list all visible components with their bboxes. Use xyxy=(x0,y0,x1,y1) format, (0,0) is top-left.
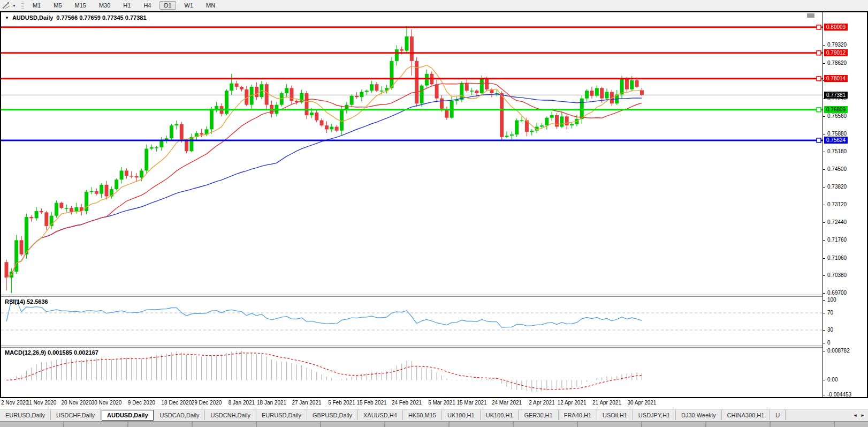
chart-tab-u[interactable]: U xyxy=(770,410,786,420)
rsi-chart-svg[interactable] xyxy=(1,297,823,346)
timeframe-bar: M1M5M15M30H1H4D1W1MN xyxy=(28,1,224,10)
timeframe-button-m30[interactable]: M30 xyxy=(95,1,115,10)
macd-axis-label: -0.004453 xyxy=(827,392,851,397)
chart-tab-gbpusd-daily[interactable]: GBPUSD,Daily xyxy=(307,410,358,420)
chart-tab-usdcnh-daily[interactable]: USDCNH,Daily xyxy=(205,410,256,420)
axis-tick xyxy=(823,380,825,380)
chart-tab-usdcad-daily[interactable]: USDCAD,Daily xyxy=(155,410,205,420)
chart-tab-uk100-h1[interactable]: UK100,H1 xyxy=(481,410,519,420)
symbol-period-label: AUDUSD,Daily xyxy=(12,14,53,21)
chart-shift-marker[interactable] xyxy=(807,13,814,18)
chart-tab-ger30-h1[interactable]: GER30,H1 xyxy=(519,410,558,420)
chart-tab-hk50-m15[interactable]: HK50,M15 xyxy=(403,410,442,420)
level-price-label: 0.76809 xyxy=(824,106,848,113)
tab-scroll-left-icon[interactable]: ◄ xyxy=(853,413,857,418)
macd-axis-label: 0.008782 xyxy=(827,348,850,354)
timeframe-button-h1[interactable]: H1 xyxy=(119,1,135,10)
macd-indicator-label: MACD(12,26,9) 0.001585 0.002167 xyxy=(5,349,98,356)
collapse-caret-icon[interactable]: ▼ xyxy=(5,16,9,20)
chart-tab-usoil-h1[interactable]: USOil,H1 xyxy=(597,410,633,420)
date-tick-label: 30 Apr 2021 xyxy=(627,400,656,406)
axis-tick xyxy=(823,293,825,294)
level-price-label: 0.78014 xyxy=(824,75,848,82)
timeframe-button-h4[interactable]: H4 xyxy=(139,1,155,10)
rsi-axis-label: 70 xyxy=(827,310,833,316)
chart-tab-dj30-weekly[interactable]: DJ30,Weekly xyxy=(676,410,722,420)
chart-tab-china300-h1[interactable]: CHINA300,H1 xyxy=(722,410,771,420)
timeframe-button-w1[interactable]: W1 xyxy=(180,1,198,10)
axis-tick xyxy=(823,134,825,134)
chart-tab-audusd-daily[interactable]: AUDUSD,Daily xyxy=(102,410,153,421)
axis-tick xyxy=(823,351,825,351)
date-tick-label: 27 Jan 2021 xyxy=(292,400,321,406)
axis-tick xyxy=(823,187,825,188)
line-end-marker xyxy=(817,77,821,81)
macd-chart-svg[interactable] xyxy=(1,348,823,397)
axis-tick xyxy=(823,395,825,395)
axis-tick xyxy=(823,343,825,343)
date-tick-label: 15 Feb 2021 xyxy=(356,400,386,406)
chart-tab-uk100-h1[interactable]: UK100,H1 xyxy=(442,410,481,420)
chart-tab-eurusd-daily[interactable]: EURUSD,Daily xyxy=(256,410,307,420)
price-tick-label: 0.75180 xyxy=(827,148,847,154)
line-end-marker xyxy=(817,138,821,143)
chart-title: ▼ AUDUSD,Daily 0.77566 0.77659 0.77345 0… xyxy=(5,14,147,21)
axis-tick xyxy=(823,222,825,223)
chevron-down-icon[interactable]: ▼ xyxy=(12,4,16,8)
price-tick-label: 0.75880 xyxy=(827,131,847,137)
chart-tab-eurusd-daily[interactable]: EURUSD,Daily xyxy=(0,410,51,420)
trendline-cursor-icon xyxy=(2,2,11,9)
timeframe-button-d1[interactable]: D1 xyxy=(159,1,176,10)
tab-scroll-arrows: ◄ ► xyxy=(850,413,868,418)
bottom-tab-bar: EURUSD,DailyUSDCHF,DailyAUDUSD,DailyUSDC… xyxy=(0,409,868,421)
axis-tick xyxy=(823,45,825,46)
price-tick-label: 0.71060 xyxy=(827,255,847,261)
axis-tick xyxy=(823,169,825,170)
tab-scroll-right-icon[interactable]: ► xyxy=(861,413,865,418)
timeframe-button-mn[interactable]: MN xyxy=(202,1,219,10)
ma-8-line xyxy=(6,65,642,278)
axis-tick xyxy=(823,313,825,313)
price-tick-label: 0.69700 xyxy=(827,290,847,296)
price-tick-label: 0.78620 xyxy=(827,60,847,66)
chart-tab-usdchf-daily[interactable]: USDCHF,Daily xyxy=(51,410,101,420)
ma-21-line xyxy=(6,83,642,278)
axis-tick xyxy=(823,205,825,205)
chart-tab-xauusd-h4[interactable]: XAUUSD,H4 xyxy=(358,410,403,420)
axis-tick xyxy=(823,330,825,331)
price-chart-svg[interactable] xyxy=(1,12,823,295)
tabs-wrap: EURUSD,DailyUSDCHF,DailyAUDUSD,DailyUSDC… xyxy=(0,410,786,421)
date-tick-label: 18 Jan 2021 xyxy=(257,400,286,406)
date-tick-label: 11 Nov 2020 xyxy=(26,400,56,406)
line-end-marker xyxy=(817,25,821,29)
price-tick-label: 0.79320 xyxy=(827,42,847,48)
price-tick-label: 0.73820 xyxy=(827,184,847,190)
toolbar-grip xyxy=(21,2,24,10)
timeframe-button-m15[interactable]: M15 xyxy=(71,1,90,10)
rsi-line xyxy=(6,300,642,327)
chart-tab-usdjpy-h1[interactable]: USDJPY,H1 xyxy=(633,410,676,420)
status-strip xyxy=(0,421,868,427)
timeframe-button-m1[interactable]: M1 xyxy=(28,1,45,10)
date-axis[interactable]: 2 Nov 202011 Nov 202020 Nov 202030 Nov 2… xyxy=(0,398,868,409)
date-tick-label: 15 Mar 2021 xyxy=(456,400,486,406)
macd-axis-label: 0.00 xyxy=(827,377,837,383)
date-tick-label: 24 Mar 2021 xyxy=(492,400,522,406)
date-tick-label: 5 Mar 2021 xyxy=(428,400,455,406)
level-price-label: 0.79012 xyxy=(824,49,848,56)
rsi-indicator-label: RSI(14) 52.5636 xyxy=(5,298,48,305)
axis-tick xyxy=(823,275,825,276)
date-tick-label: 2 Apr 2021 xyxy=(529,400,554,406)
timeframe-button-m5[interactable]: M5 xyxy=(49,1,66,10)
chart-window: ▼ AUDUSD,Daily 0.77566 0.77659 0.77345 0… xyxy=(0,11,868,398)
price-tick-label: 0.73120 xyxy=(827,201,847,207)
line-studies-button[interactable]: ▼ xyxy=(0,0,18,11)
axis-tick xyxy=(823,99,825,99)
axis-tick xyxy=(823,152,825,152)
chart-tab-fra40-h1[interactable]: FRA40,H1 xyxy=(559,410,597,420)
price-axis-column[interactable]: 0.793200.786200.779400.772400.765600.758… xyxy=(823,12,867,397)
date-tick-label: 5 Feb 2021 xyxy=(328,400,355,406)
date-tick-label: 9 Dec 2020 xyxy=(128,400,155,406)
axis-tick xyxy=(823,300,825,301)
price-tick-label: 0.72440 xyxy=(827,219,847,225)
